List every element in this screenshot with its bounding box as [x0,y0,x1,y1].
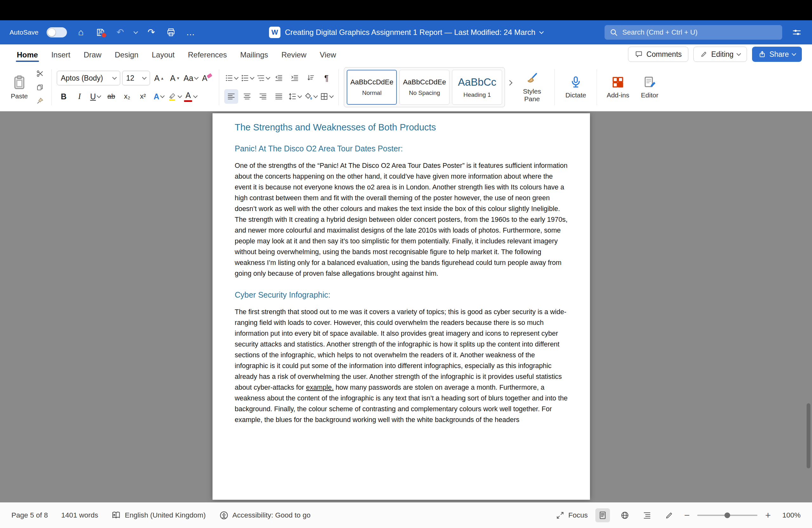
font-name-chevron-icon [112,75,117,80]
font-color-button[interactable]: A [184,89,198,104]
print-button[interactable] [165,26,177,39]
undo-button[interactable]: ↶ [115,26,126,39]
font-row-1: Aptos (Body) 12 A ▴ A ▾ Aa [57,71,214,85]
undo-history-chevron-icon[interactable] [133,29,138,34]
cut-button[interactable] [34,68,46,79]
document-title-area[interactable]: W Creating Digital Graphics Assignment 1… [269,27,543,38]
borders-icon [320,92,328,101]
align-center-button[interactable] [240,89,254,104]
format-painter-button[interactable] [34,96,46,106]
group-separator [554,69,555,105]
accessibility-label: Accessibility: Good to go [232,511,310,519]
sliders-icon [792,28,801,37]
word-count[interactable]: 1401 words [61,511,98,519]
comments-label: Comments [647,50,682,59]
search-input[interactable]: Search (Cmd + Ctrl + U) [605,25,782,40]
multilevel-list-button[interactable] [256,71,270,85]
print-layout-view-button[interactable] [595,508,610,522]
comments-button[interactable]: Comments [628,47,688,62]
text-effects-letter: A [154,92,159,101]
accessibility-status[interactable]: Accessibility: Good to go [219,511,310,520]
bold-button[interactable]: B [57,89,71,104]
change-case-button[interactable]: Aa [184,71,198,85]
document-page[interactable]: The Strengths and Weaknesses of Both Pro… [213,113,590,500]
print-layout-icon [598,511,607,520]
style-card-heading-1[interactable]: AaBbCc Heading 1 [452,70,502,105]
style-card-no-spacing[interactable]: AaBbCcDdEe No Spacing [399,70,449,105]
zoom-out-button[interactable]: − [684,511,690,520]
bullets-chevron-icon [234,75,238,80]
outline-view-button[interactable] [640,508,654,522]
vertical-scrollbar[interactable] [807,403,810,468]
editor-button[interactable]: Editor [634,66,665,109]
autosave-toggle[interactable] [47,27,67,38]
grow-font-button[interactable]: A ▴ [152,71,166,85]
focus-mode-button[interactable]: Focus [556,511,588,520]
styles-gallery-expand-button[interactable] [505,66,514,101]
font-color-bar [184,100,192,102]
shrink-font-button[interactable]: A ▾ [168,71,182,85]
font-size-select[interactable]: 12 [122,71,150,85]
shading-button[interactable] [304,89,318,104]
toolbar-options-button[interactable] [791,26,802,39]
paste-button[interactable]: Paste [7,73,32,101]
highlighter-icon [168,92,177,101]
editing-mode-button[interactable]: Editing [693,47,746,62]
clear-formatting-button[interactable]: A [200,71,214,85]
editing-label: Editing [711,50,733,59]
italic-button[interactable]: I [73,89,87,104]
zoom-percentage[interactable]: 100% [778,511,801,519]
tab-home[interactable]: Home [10,47,45,62]
strikethrough-button[interactable]: ab [104,89,118,104]
align-left-icon [227,92,235,101]
proofing-status[interactable]: English (United Kingdom) [111,511,205,520]
tab-view[interactable]: View [313,47,343,62]
decrease-indent-button[interactable] [272,71,286,85]
justify-button[interactable] [272,89,286,104]
style-card-normal[interactable]: AaBbCcDdEe Normal [347,70,397,105]
subscript-button[interactable]: x₂ [120,89,134,104]
tab-review[interactable]: Review [275,47,313,62]
zoom-in-button[interactable]: + [765,511,771,520]
styles-pane-button[interactable]: Styles Pane [514,66,549,109]
home-button[interactable]: ⌂ [75,26,87,39]
tab-insert[interactable]: Insert [45,47,77,62]
tab-layout[interactable]: Layout [145,47,181,62]
pencil-icon [700,51,708,58]
share-button[interactable]: Share [752,47,802,62]
globe-icon [620,511,629,520]
save-button[interactable] [95,26,106,39]
dictate-button[interactable]: Dictate [560,66,592,109]
tab-design[interactable]: Design [108,47,145,62]
align-right-button[interactable] [256,89,270,104]
tabbar-actions: Comments Editing Share [628,47,802,62]
increase-indent-button[interactable] [288,71,302,85]
web-layout-view-button[interactable] [618,508,632,522]
redo-button[interactable]: ↷ [146,26,157,39]
addins-button[interactable]: Add-ins [602,66,634,109]
superscript-button[interactable]: x² [136,89,150,104]
change-case-chevron-icon [194,75,199,80]
zoom-slider[interactable] [697,515,757,516]
text-effects-button[interactable]: A [152,89,166,104]
grow-font-letter: A [154,74,160,83]
line-spacing-button[interactable] [288,89,302,104]
draft-view-button[interactable] [662,508,677,522]
borders-button[interactable] [319,89,333,104]
underline-button[interactable]: U [88,89,102,104]
numbering-button[interactable] [240,71,254,85]
highlight-color-button[interactable] [168,89,182,104]
font-name-select[interactable]: Aptos (Body) [57,71,120,85]
align-left-button[interactable] [224,89,238,104]
tab-mailings[interactable]: Mailings [233,47,275,62]
copy-button[interactable] [34,82,46,92]
sort-button[interactable] [304,71,318,85]
tab-references[interactable]: References [182,47,234,62]
more-commands-button[interactable]: … [185,26,196,39]
share-icon [758,51,766,58]
show-formatting-marks-button[interactable]: ¶ [319,71,333,85]
page-indicator[interactable]: Page 5 of 8 [11,511,48,519]
bullets-button[interactable] [224,71,238,85]
zoom-slider-thumb[interactable] [724,512,730,518]
tab-draw[interactable]: Draw [77,47,108,62]
